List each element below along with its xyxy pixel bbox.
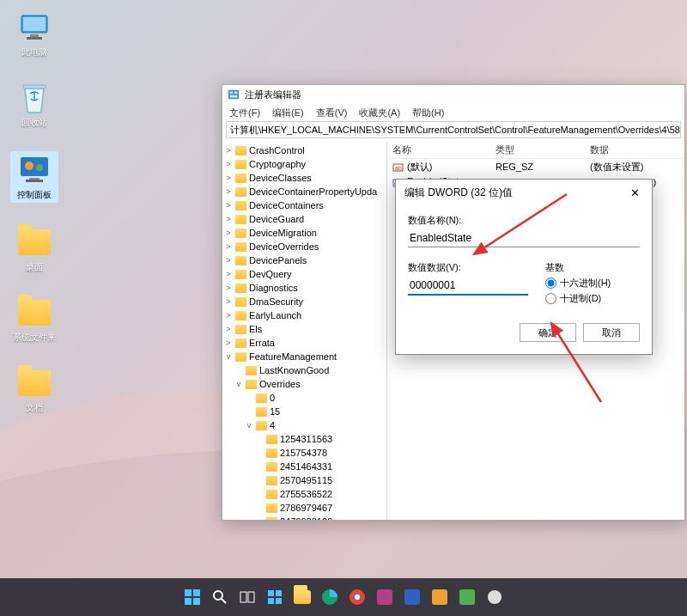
app-button[interactable] xyxy=(429,586,451,608)
svg-line-25 xyxy=(222,599,226,603)
desktop-icon-folder-2[interactable]: 系统文件来 xyxy=(10,296,58,344)
chrome-icon xyxy=(349,589,366,606)
svg-rect-22 xyxy=(185,598,192,605)
tree-item[interactable]: >Diagnostics xyxy=(224,281,386,295)
desktop-icon-recycle-bin[interactable]: 回收站 xyxy=(10,81,58,129)
tree-item[interactable]: >DevicePanels xyxy=(224,253,386,267)
tree-item[interactable]: v4 xyxy=(224,418,386,432)
svg-rect-20 xyxy=(185,589,192,596)
desktop-icon-folder-3[interactable]: 文档 xyxy=(10,366,58,414)
tree-item[interactable]: 2786979467 xyxy=(224,501,386,515)
svg-point-6 xyxy=(25,162,33,170)
svg-rect-4 xyxy=(23,85,46,88)
svg-rect-30 xyxy=(268,598,274,604)
tree-item[interactable]: 3476628106 xyxy=(224,515,386,520)
svg-rect-5 xyxy=(21,157,48,176)
svg-rect-9 xyxy=(26,180,43,182)
window-title: 注册表编辑器 xyxy=(245,88,301,101)
menu-file[interactable]: 文件(F) xyxy=(229,107,260,119)
explorer-button[interactable] xyxy=(291,586,313,608)
svg-rect-13 xyxy=(230,95,238,98)
svg-rect-12 xyxy=(234,92,238,95)
tree-item[interactable]: 2451464331 xyxy=(224,460,386,473)
app-icon xyxy=(432,589,447,605)
tree-item[interactable]: >DeviceClasses xyxy=(224,171,386,185)
tree-item[interactable]: >DevQuery xyxy=(224,267,386,281)
svg-rect-2 xyxy=(30,34,39,37)
pc-icon xyxy=(18,14,51,41)
tree-item[interactable]: >DeviceGuard xyxy=(224,212,386,226)
folder-icon xyxy=(18,229,51,255)
tree-item[interactable]: vFeatureManagement xyxy=(224,350,386,363)
svg-rect-29 xyxy=(276,590,282,596)
tree-item[interactable]: 15 xyxy=(224,405,386,418)
menu-favorites[interactable]: 收藏夹(A) xyxy=(359,107,400,119)
tree-item[interactable]: >Cryptography xyxy=(224,157,386,171)
svg-point-7 xyxy=(36,164,43,171)
widgets-button[interactable] xyxy=(264,586,286,608)
windows-icon xyxy=(184,589,201,606)
desktop-icon-this-pc[interactable]: 此电脑 xyxy=(10,10,58,58)
regedit-icon xyxy=(228,88,240,101)
tree-item[interactable]: >DmaSecurity xyxy=(224,295,386,308)
app-button[interactable] xyxy=(401,586,423,608)
tree-item[interactable]: 2570495115 xyxy=(224,473,386,487)
desktop-icon-control-panel[interactable]: 控制面板 xyxy=(10,151,58,203)
folder-icon xyxy=(294,590,311,604)
tree-item[interactable]: 0 xyxy=(224,391,386,405)
radio-dec[interactable]: 十进制(D) xyxy=(545,292,611,305)
tree-item[interactable]: vOverrides xyxy=(224,377,386,391)
value-name-input[interactable] xyxy=(408,229,640,247)
recycle-bin-icon xyxy=(20,82,49,114)
taskbar[interactable] xyxy=(0,578,687,616)
tree-item[interactable]: >DeviceMigration xyxy=(224,226,386,240)
svg-rect-36 xyxy=(377,589,392,605)
tree-item[interactable]: 1254311563 xyxy=(224,432,386,446)
desktop-icon-folder-1[interactable]: 桌面 xyxy=(10,225,58,273)
tree-item[interactable]: >DeviceContainerPropertyUpda xyxy=(224,185,386,198)
values-header[interactable]: 名称 类型 数据 xyxy=(387,142,684,159)
svg-rect-37 xyxy=(404,589,420,605)
chrome-button[interactable] xyxy=(346,586,368,608)
value-row[interactable]: ab(默认)REG_SZ(数值未设置) xyxy=(387,159,684,174)
app-button[interactable] xyxy=(374,586,396,608)
tree-item[interactable]: >CrashControl xyxy=(224,143,386,157)
edge-icon xyxy=(321,589,338,606)
search-button[interactable] xyxy=(209,586,231,608)
svg-rect-3 xyxy=(27,37,42,40)
menu-edit[interactable]: 编辑(E) xyxy=(272,107,304,119)
tree-item[interactable]: LastKnownGood xyxy=(224,363,386,377)
titlebar[interactable]: 注册表编辑器 xyxy=(222,85,684,104)
svg-rect-38 xyxy=(432,589,447,605)
svg-rect-26 xyxy=(240,592,246,602)
menu-help[interactable]: 帮助(H) xyxy=(412,107,444,119)
edge-button[interactable] xyxy=(319,586,341,608)
tree-item[interactable]: >EarlyLaunch xyxy=(224,308,386,322)
dialog-title: 编辑 DWORD (32 位)值 xyxy=(404,186,513,200)
tree-item[interactable]: >DeviceOverrides xyxy=(224,240,386,253)
close-icon[interactable]: ✕ xyxy=(626,186,643,199)
svg-point-40 xyxy=(488,590,502,604)
registry-tree[interactable]: >CrashControl>Cryptography>DeviceClasses… xyxy=(222,142,387,520)
app-button[interactable] xyxy=(456,586,478,608)
app-button[interactable] xyxy=(483,586,506,608)
cancel-button[interactable]: 取消 xyxy=(583,323,640,342)
dialog-titlebar[interactable]: 编辑 DWORD (32 位)值 ✕ xyxy=(396,180,652,205)
taskview-button[interactable] xyxy=(236,586,258,608)
tree-item[interactable]: 215754378 xyxy=(224,446,386,460)
menu-view[interactable]: 查看(V) xyxy=(316,107,348,119)
app-icon xyxy=(404,589,420,605)
menubar: 文件(F) 编辑(E) 查看(V) 收藏夹(A) 帮助(H) xyxy=(222,104,684,121)
tree-item[interactable]: >DeviceContainers xyxy=(224,198,386,212)
value-name-label: 数值名称(N): xyxy=(408,214,640,227)
tree-item[interactable]: >Els xyxy=(224,322,386,336)
value-data-input[interactable] xyxy=(408,277,528,296)
svg-rect-1 xyxy=(23,17,46,31)
app-icon xyxy=(487,589,502,605)
start-button[interactable] xyxy=(181,586,204,608)
tree-item[interactable]: >Errata xyxy=(224,336,386,350)
tree-item[interactable]: 2755536522 xyxy=(224,487,386,501)
address-bar[interactable]: 计算机\HKEY_LOCAL_MACHINE\SYSTEM\CurrentCon… xyxy=(226,121,681,138)
radio-hex[interactable]: 十六进制(H) xyxy=(545,277,611,290)
ok-button[interactable]: 确定 xyxy=(520,323,576,342)
